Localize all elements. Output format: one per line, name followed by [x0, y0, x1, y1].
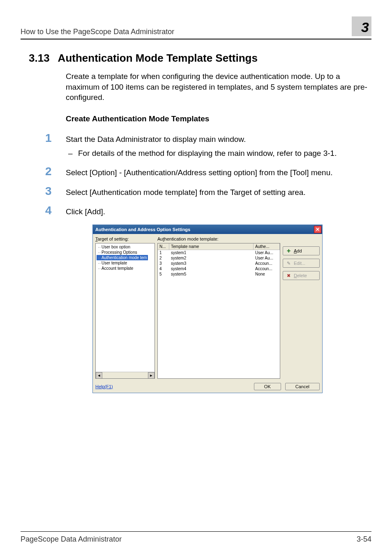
- cell-auth: Accoun...: [254, 261, 280, 266]
- cell-auth: None: [254, 271, 280, 277]
- step-text: Click [Add].: [66, 205, 371, 217]
- ok-button[interactable]: OK: [254, 383, 281, 390]
- tree-item[interactable]: User box option: [97, 244, 154, 250]
- tree-panel[interactable]: User box option Processing Options Authe…: [95, 243, 155, 379]
- help-link[interactable]: Help(F1): [95, 384, 113, 389]
- step-2: 2 Select [Option] - [Authentication/Addr…: [21, 166, 371, 178]
- delete-button[interactable]: ✖ Delete: [283, 271, 320, 280]
- tree-item-selected[interactable]: Authentication mode tem: [97, 255, 148, 260]
- header-title: How to Use the PageScope Data Administra…: [21, 28, 174, 36]
- settings-dialog: Authentication and Address Option Settin…: [92, 225, 323, 393]
- sub-heading: Create Authentication Mode Templates: [66, 114, 371, 123]
- button-column: ✚ Add ✎ Edit... ✖ Delete: [283, 236, 320, 379]
- footer-left: PageScope Data Administrator: [21, 535, 122, 544]
- close-button[interactable]: ✕: [314, 226, 321, 233]
- cell-auth: User Au...: [254, 255, 280, 261]
- add-label: Add: [294, 248, 302, 253]
- cell-auth: User Au...: [254, 250, 280, 255]
- edit-icon: ✎: [286, 260, 291, 266]
- step-number: 3: [21, 185, 66, 198]
- step-text: Select [Authentication mode template] fr…: [66, 185, 371, 198]
- list-row[interactable]: 5 system5 None: [158, 271, 280, 277]
- step-number: 4: [21, 205, 66, 217]
- step-3: 3 Select [Authentication mode template] …: [21, 185, 371, 198]
- cell-name: system5: [169, 271, 254, 277]
- edit-label: Edit...: [294, 261, 305, 266]
- list-label: Authentication mode template:: [157, 236, 280, 241]
- list-row[interactable]: 3 system3 Accoun...: [158, 261, 280, 266]
- col-header-name[interactable]: Template name: [169, 243, 254, 250]
- close-icon: ✕: [316, 227, 320, 232]
- list-row[interactable]: 2 system2 User Au...: [158, 255, 280, 261]
- list-header[interactable]: N... Template name Authe...: [158, 243, 280, 250]
- section-number: 3.13: [29, 52, 50, 64]
- col-header-number[interactable]: N...: [158, 243, 169, 250]
- col-header-auth[interactable]: Authe...: [254, 243, 280, 250]
- cell-number: 3: [158, 261, 169, 266]
- cell-name: system4: [169, 266, 254, 271]
- step-4: 4 Click [Add].: [21, 205, 371, 217]
- cell-number: 4: [158, 266, 169, 271]
- tree-item[interactable]: User template: [97, 260, 154, 266]
- list-row[interactable]: 1 system1 User Au...: [158, 250, 280, 255]
- section-title: Authentication Mode Template Settings: [58, 52, 258, 64]
- edit-button[interactable]: ✎ Edit...: [283, 259, 320, 268]
- step-number: 2: [21, 166, 66, 178]
- dash-bullet: –: [66, 148, 78, 159]
- page-footer: PageScope Data Administrator 3-54: [21, 531, 371, 544]
- step-sub-text: For details of the method for displaying…: [78, 148, 371, 159]
- step-1: 1 Start the Data Administrator to displa…: [21, 132, 371, 158]
- template-list[interactable]: N... Template name Authe... 1 system1 Us…: [157, 243, 280, 379]
- chapter-badge: 3: [352, 16, 371, 36]
- add-button[interactable]: ✚ Add: [283, 246, 320, 255]
- dialog-title: Authentication and Address Option Settin…: [95, 227, 190, 232]
- step-text: Start the Data Administrator to display …: [66, 134, 371, 145]
- page-header: How to Use the PageScope Data Administra…: [21, 16, 371, 39]
- list-row[interactable]: 4 system4 Accoun...: [158, 266, 280, 271]
- section-heading: 3.13Authentication Mode Template Setting…: [29, 52, 371, 65]
- chapter-number: 3: [361, 19, 369, 35]
- step-text: Select [Option] - [Authentication/Addres…: [66, 166, 371, 178]
- cell-number: 5: [158, 271, 169, 277]
- tree-item[interactable]: Account template: [97, 266, 154, 271]
- scroll-left-button[interactable]: ◄: [96, 372, 102, 379]
- horizontal-scrollbar[interactable]: ◄ ►: [96, 372, 154, 378]
- delete-label: Delete: [294, 273, 307, 278]
- tree-item[interactable]: Processing Options: [97, 250, 154, 255]
- cell-name: system2: [169, 255, 254, 261]
- dialog-titlebar[interactable]: Authentication and Address Option Settin…: [93, 225, 322, 234]
- step-number: 1: [21, 132, 66, 158]
- scroll-track[interactable]: [102, 373, 148, 378]
- cell-name: system3: [169, 261, 254, 266]
- chevron-right-icon: ►: [150, 373, 153, 378]
- chevron-left-icon: ◄: [97, 373, 101, 378]
- add-icon: ✚: [286, 248, 291, 254]
- intro-paragraph: Create a template for when configuring t…: [66, 71, 371, 103]
- scroll-right-button[interactable]: ►: [148, 372, 154, 379]
- cell-auth: Accoun...: [254, 266, 280, 271]
- delete-icon: ✖: [286, 273, 291, 278]
- cell-number: 2: [158, 255, 169, 261]
- cell-name: system1: [169, 250, 254, 255]
- target-label: Target of setting:: [95, 236, 155, 241]
- cell-number: 1: [158, 250, 169, 255]
- cancel-button[interactable]: Cancel: [285, 383, 320, 390]
- footer-right: 3-54: [357, 535, 371, 544]
